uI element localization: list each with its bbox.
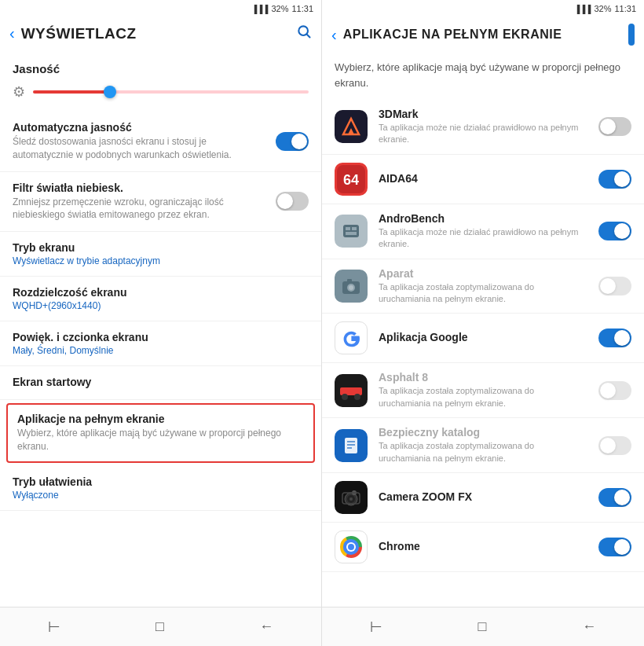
svg-rect-24	[347, 441, 355, 442]
svg-rect-8	[343, 225, 359, 237]
left-battery: 32%	[271, 4, 288, 13]
app-item-chrome[interactable]: Chrome	[322, 523, 644, 572]
svg-rect-9	[346, 227, 350, 230]
app-desc-aparat: Ta aplikacja została zoptymalizowana do …	[379, 281, 587, 306]
app-item-bezpieczny[interactable]: Bezpieczny katalog Ta aplikacja została …	[322, 418, 644, 473]
right-nav-bar: ⊢ □ ←	[322, 607, 644, 646]
svg-rect-11	[346, 232, 357, 235]
app-item-aparat[interactable]: Aparat Ta aplikacja została zoptymalizow…	[322, 259, 644, 314]
auto-brightness-toggle[interactable]	[276, 132, 309, 151]
left-search-icon[interactable]	[296, 24, 312, 43]
font-size-subtitle: Mały, Średni, Domyślnie	[13, 345, 309, 356]
app-item-asphalt[interactable]: Asphalt 8 Ta aplikacja została zoptymali…	[322, 363, 644, 418]
left-panel: ▐▐▐ 32% 11:31 ‹ WYŚWIETLACZ Jasność ⚙ Au…	[0, 0, 322, 646]
left-back-button[interactable]: ‹	[9, 24, 15, 42]
svg-point-30	[349, 497, 353, 501]
toggle-bezpieczny[interactable]	[598, 436, 631, 455]
setting-auto-brightness[interactable]: Automatyczna jasność Śledź dostosowania …	[0, 112, 321, 172]
app-item-camera-zoom[interactable]: Camera ZOOM FX	[322, 473, 644, 523]
right-page-title: APLIKACJE NA PEŁNYM EKRANIE	[343, 28, 622, 42]
app-desc-androbench: Ta aplikacja może nie działać prawidłowo…	[379, 226, 587, 251]
right-panel: ▐▐▐ 32% 11:31 ‹ APLIKACJE NA PEŁNYM EKRA…	[322, 0, 644, 646]
app-name-google: Aplikacja Google	[379, 331, 587, 343]
setting-blue-light[interactable]: Filtr światła niebiesk. Zmniejsz przemęc…	[0, 172, 321, 233]
left-signal-icon: ▐▐▐	[251, 5, 268, 13]
accessibility-title: Tryb ułatwienia	[13, 475, 309, 488]
svg-rect-25	[347, 444, 355, 446]
right-signal-icon: ▐▐▐	[574, 5, 591, 13]
app-icon-google	[335, 321, 368, 354]
toggle-aparat[interactable]	[598, 277, 631, 295]
app-icon-aida64: 64	[335, 163, 368, 196]
toggle-androbench[interactable]	[598, 222, 631, 240]
slider-thumb[interactable]	[104, 86, 116, 98]
right-description: Wybierz, które aplikacje mają być używan…	[322, 53, 644, 100]
app-icon-androbench	[335, 215, 368, 248]
blue-light-title: Filtr światła niebiesk.	[13, 182, 269, 194]
toggle-chrome[interactable]	[598, 538, 631, 556]
svg-rect-16	[347, 279, 352, 282]
app-name-3dmark: 3DMark	[379, 108, 587, 120]
svg-point-39	[348, 544, 354, 550]
accessibility-subtitle: Wyłączone	[13, 490, 309, 501]
setting-resolution[interactable]: Rozdzielczość ekranu WQHD+(2960x1440)	[0, 277, 321, 321]
svg-point-15	[349, 285, 353, 290]
toggle-camera-zoom[interactable]	[598, 488, 631, 507]
left-recent-button[interactable]: ⊢	[35, 612, 73, 642]
brightness-icon: ⚙	[13, 83, 25, 101]
app-name-aparat: Aparat	[379, 267, 587, 280]
app-name-aida64: AIDA64	[379, 172, 587, 185]
setting-font-size[interactable]: Powięk. i czcionka ekranu Mały, Średni, …	[0, 321, 321, 366]
right-back-button[interactable]: ‹	[331, 26, 337, 44]
left-content: Jasność ⚙ Automatyczna jasność Śledź dos…	[0, 51, 321, 607]
app-desc-asphalt: Ta aplikacja została zoptymalizowana do …	[379, 385, 587, 409]
app-item-aida64[interactable]: 64 AIDA64	[322, 155, 644, 204]
right-status-bar: ▐▐▐ 32% 11:31	[322, 0, 644, 17]
left-time: 11:31	[291, 4, 313, 13]
svg-line-1	[307, 35, 310, 38]
right-battery: 32%	[594, 4, 611, 13]
svg-text:64: 64	[343, 172, 359, 188]
toggle-3dmark[interactable]	[598, 117, 631, 136]
app-item-google[interactable]: Aplikacja Google	[322, 314, 644, 363]
blue-light-desc: Zmniejsz przemęczenie wzroku, ograniczaj…	[13, 196, 269, 222]
font-size-title: Powięk. i czcionka ekranu	[13, 331, 309, 343]
svg-point-20	[342, 394, 348, 400]
setting-home-screen[interactable]: Ekran startowy	[0, 366, 321, 400]
resolution-title: Rozdzielczość ekranu	[13, 286, 309, 299]
right-back-nav-button[interactable]: ←	[569, 612, 609, 641]
resolution-subtitle: WQHD+(2960x1440)	[13, 300, 309, 311]
auto-brightness-title: Automatyczna jasność	[13, 121, 269, 134]
left-home-button[interactable]: □	[143, 612, 177, 641]
toggle-asphalt[interactable]	[598, 381, 631, 400]
app-icon-bezpieczny	[335, 429, 368, 462]
app-desc-3dmark: Ta aplikacja może nie działać prawidłowo…	[379, 122, 587, 146]
toggle-knob	[291, 134, 307, 149]
app-icon-camera-zoom	[335, 481, 368, 514]
app-name-androbench: AndroBench	[379, 212, 587, 225]
blue-light-toggle[interactable]	[276, 192, 309, 211]
left-nav-bar: ⊢ □ ←	[0, 607, 321, 646]
auto-brightness-desc: Śledź dostosowania jasności ekranu i sto…	[13, 135, 269, 162]
right-home-button[interactable]: □	[466, 612, 499, 641]
brightness-slider[interactable]	[33, 90, 309, 94]
app-item-androbench[interactable]: AndroBench Ta aplikacja może nie działać…	[322, 204, 644, 259]
toggle-knob	[277, 193, 293, 209]
app-icon-asphalt	[335, 374, 368, 407]
svg-rect-17	[337, 324, 365, 352]
setting-accessibility[interactable]: Tryb ułatwienia Wyłączone	[0, 466, 321, 511]
app-list: 3DMark Ta aplikacja może nie działać pra…	[322, 100, 644, 607]
scroll-indicator	[628, 24, 635, 46]
right-header: ‹ APLIKACJE NA PEŁNYM EKRANIE	[322, 17, 644, 53]
full-screen-apps-title: Aplikacje na pełnym ekranie	[17, 413, 304, 425]
setting-screen-mode[interactable]: Tryb ekranu Wyświetlacz w trybie adaptac…	[0, 232, 321, 277]
right-recent-button[interactable]: ⊢	[357, 612, 395, 642]
left-back-nav-button[interactable]: ←	[247, 612, 286, 641]
toggle-google[interactable]	[598, 329, 631, 347]
toggle-aida64[interactable]	[598, 170, 631, 189]
brightness-label: Jasność	[0, 51, 321, 79]
screen-mode-subtitle: Wyświetlacz w trybie adaptacyjnym	[13, 255, 309, 266]
setting-full-screen-apps[interactable]: Aplikacje na pełnym ekranie Wybierz, któ…	[6, 403, 315, 463]
app-item-3dmark[interactable]: 3DMark Ta aplikacja może nie działać pra…	[322, 100, 644, 155]
svg-point-21	[354, 394, 360, 400]
